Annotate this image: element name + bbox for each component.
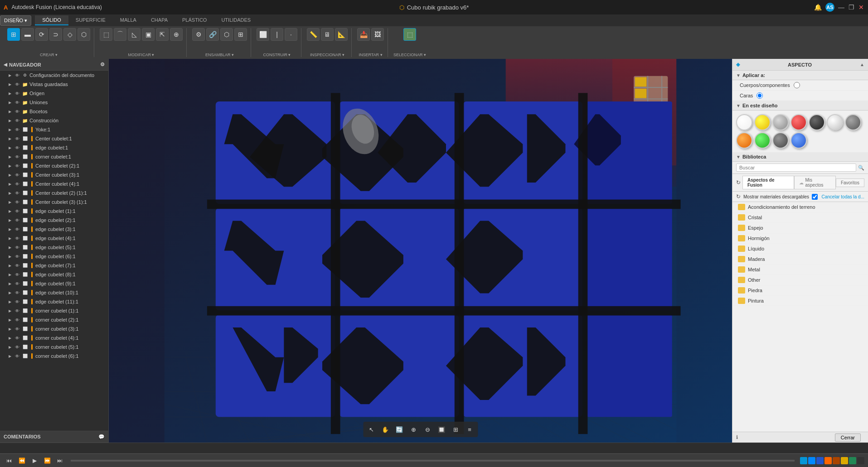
nav-item[interactable]: ▶👁⬜Center cubelet (2):1 <box>0 161 108 170</box>
apply-to-section[interactable]: ▼ Aplicar a: <box>732 71 868 80</box>
search-input[interactable] <box>736 164 856 172</box>
tab-chapa[interactable]: CHAPA <box>144 15 175 25</box>
tb-axis[interactable]: | <box>271 28 283 41</box>
library-item[interactable]: Pintura <box>732 296 868 306</box>
nav-eye-icon[interactable]: 👁 <box>14 126 20 133</box>
tab-malla[interactable]: MALLA <box>113 15 144 25</box>
design-dropdown[interactable]: DISEÑO ▾ <box>0 15 31 26</box>
nav-item[interactable]: ▶👁⬜corner cubelet:1 <box>0 152 108 161</box>
nav-item[interactable]: ▶👁⬜Center cubelet (3) (1):1 <box>0 197 108 207</box>
refresh-icon[interactable]: ↻ <box>736 179 741 186</box>
nav-eye-icon[interactable]: 👁 <box>14 217 20 223</box>
nav-item[interactable]: ▶👁⬜edge cubelet (8):1 <box>0 270 108 279</box>
color-swatch-white[interactable] <box>736 114 752 130</box>
tab-solido[interactable]: SÓLIDO <box>35 15 68 25</box>
nav-eye-icon[interactable]: 👁 <box>14 253 20 260</box>
tab-favorites[interactable]: Favoritos <box>836 178 864 187</box>
nav-item[interactable]: ▶👁⬜corner cubelet (3):1 <box>0 324 108 333</box>
nav-item[interactable]: ▶👁⬜Center cubelet (2) (1):1 <box>0 188 108 197</box>
tb-joint4[interactable]: ⊞ <box>234 28 247 41</box>
tb-insert-derive[interactable]: 📥 <box>357 28 370 41</box>
viewport[interactable]: ↖ ✋ 🔄 ⊕ ⊖ 🔲 ⊞ ≡ <box>109 59 732 443</box>
tb-joint2[interactable]: 🔗 <box>206 28 219 41</box>
nav-settings-icon[interactable]: ⚙ <box>100 62 105 67</box>
nav-item[interactable]: ▶👁📁Vistas guardadas <box>0 80 108 89</box>
nav-item[interactable]: ▶👁⬜edge cubelet (4):1 <box>0 234 108 243</box>
nav-eye-icon[interactable]: 👁 <box>14 344 20 350</box>
nav-item[interactable]: ▶👁⬜Center cubelet (4):1 <box>0 179 108 188</box>
minimize-btn[interactable]: — <box>838 4 844 10</box>
nav-item[interactable]: ▶👁⚙Configuración del documento <box>0 71 108 80</box>
library-item[interactable]: Hormigón <box>732 233 868 244</box>
library-item[interactable]: Líquido <box>732 244 868 254</box>
nav-eye-icon[interactable]: 👁 <box>14 190 20 196</box>
color-swatch-gray[interactable] <box>772 114 789 130</box>
tb-chamfer[interactable]: ◺ <box>128 28 141 41</box>
faces-radio[interactable] <box>756 92 763 99</box>
downloadable-checkbox[interactable] <box>812 194 818 200</box>
nav-item[interactable]: ▶👁⬜corner cubelet (1):1 <box>0 306 108 315</box>
nav-eye-icon[interactable]: 👁 <box>14 280 20 287</box>
library-item[interactable]: Cristal <box>732 212 868 223</box>
nav-item[interactable]: ▶👁⬜edge cubelet:1 <box>0 143 108 152</box>
timeline-bar[interactable] <box>71 460 795 462</box>
library-item[interactable]: Metal <box>732 265 868 275</box>
tb-point[interactable]: · <box>285 28 297 41</box>
nav-item[interactable]: ▶👁⬜edge cubelet (6):1 <box>0 252 108 261</box>
nav-eye-icon[interactable]: 👁 <box>14 208 20 214</box>
color-swatch-silver[interactable] <box>827 114 843 130</box>
vp-select-tool[interactable]: ↖ <box>365 424 378 435</box>
tb-fillet[interactable]: ⌒ <box>114 28 126 41</box>
tb-combine[interactable]: ⊕ <box>170 28 183 41</box>
nav-eye-icon[interactable]: 👁 <box>14 271 20 278</box>
tb-revolve[interactable]: ⟳ <box>35 28 48 41</box>
nav-item[interactable]: ▶👁⬜corner cubelet (6):1 <box>0 351 108 361</box>
nav-eye-icon[interactable]: 👁 <box>14 90 20 96</box>
nav-eye-icon[interactable]: 👁 <box>14 326 20 332</box>
tb-new-component[interactable]: ⊞ <box>7 28 20 41</box>
nav-eye-icon[interactable]: 👁 <box>14 235 20 241</box>
aspect-collapse-icon[interactable]: ▲ <box>860 62 864 67</box>
tb-joint[interactable]: ⚙ <box>192 28 205 41</box>
tb-shell[interactable]: ▣ <box>142 28 155 41</box>
nav-eye-icon[interactable]: 👁 <box>14 289 20 296</box>
nav-collapse-icon[interactable]: ◀ <box>4 62 7 67</box>
nav-eye-icon[interactable]: 👁 <box>14 226 20 232</box>
maximize-btn[interactable]: ❐ <box>848 4 854 10</box>
refresh-dl-icon[interactable]: ↻ <box>736 193 741 200</box>
tb-section[interactable]: 📐 <box>335 28 348 41</box>
color-swatch-red[interactable] <box>790 114 807 130</box>
nav-eye-icon[interactable]: 👁 <box>14 108 20 115</box>
tb-joint3[interactable]: ⬡ <box>220 28 233 41</box>
vp-zoom-out[interactable]: ⊖ <box>421 424 434 435</box>
nav-item[interactable]: ▶👁⬜edge cubelet (2):1 <box>0 216 108 225</box>
tb-plane[interactable]: ⬜ <box>257 28 269 41</box>
tb-more-crear[interactable]: ⬡ <box>78 28 90 41</box>
color-swatch-orange[interactable] <box>736 132 752 149</box>
nav-item[interactable]: ▶👁⬜edge cubelet (11):1 <box>0 297 108 306</box>
nav-eye-icon[interactable]: 👁 <box>14 81 20 87</box>
vp-grid-settings[interactable]: ⊞ <box>449 424 462 435</box>
library-item[interactable]: Madera <box>732 254 868 265</box>
play-next[interactable]: ⏩ <box>42 455 53 466</box>
nav-item[interactable]: ▶👁⬜corner cubelet (5):1 <box>0 342 108 351</box>
nav-item[interactable]: ▶👁⬜Center cubelet:1 <box>0 134 108 143</box>
nav-eye-icon[interactable]: 👁 <box>14 144 20 151</box>
nav-eye-icon[interactable]: 👁 <box>14 308 20 314</box>
play-prev[interactable]: ⏪ <box>16 455 27 466</box>
play-start[interactable]: ⏮ <box>4 455 15 466</box>
nav-item[interactable]: ▶👁⬜Yoke:1 <box>0 125 108 134</box>
vp-display-settings[interactable]: 🔲 <box>435 424 448 435</box>
vp-pan-tool[interactable]: ✋ <box>379 424 392 435</box>
color-swatch-green[interactable] <box>754 132 771 149</box>
color-swatch-dark-gray2[interactable] <box>772 132 789 149</box>
nav-item[interactable]: ▶👁⬜edge cubelet (7):1 <box>0 261 108 270</box>
nav-eye-icon[interactable]: 👁 <box>14 163 20 169</box>
in-design-section[interactable]: ▼ En este diseño <box>732 101 868 111</box>
nav-item[interactable]: ▶👁⬜corner cubelet (2):1 <box>0 315 108 324</box>
comments-icon[interactable]: 💬 <box>98 434 105 440</box>
nav-item[interactable]: ▶👁⬜edge cubelet (5):1 <box>0 243 108 252</box>
nav-eye-icon[interactable]: 👁 <box>14 172 20 178</box>
nav-eye-icon[interactable]: 👁 <box>14 181 20 187</box>
nav-eye-icon[interactable]: 👁 <box>14 72 20 78</box>
